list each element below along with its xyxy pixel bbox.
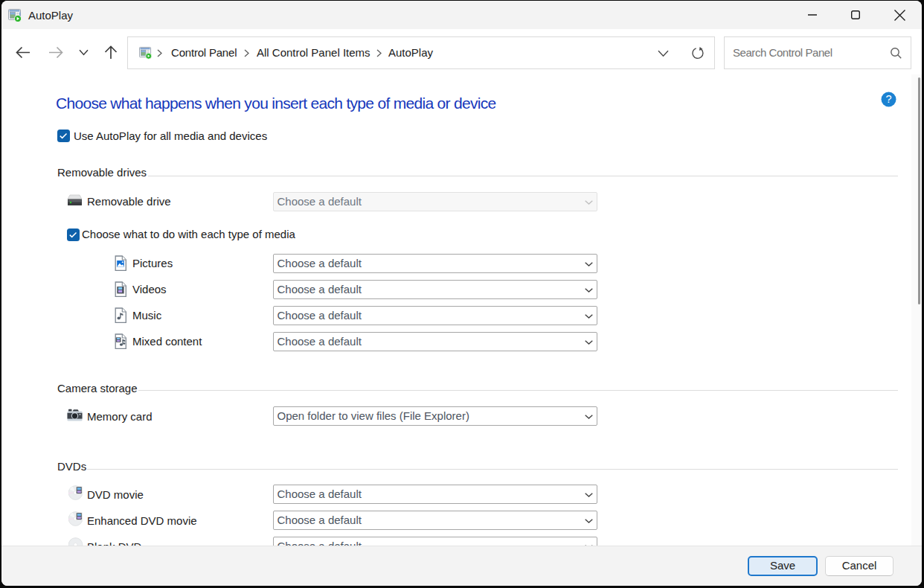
svg-text:?: ? — [886, 93, 892, 105]
